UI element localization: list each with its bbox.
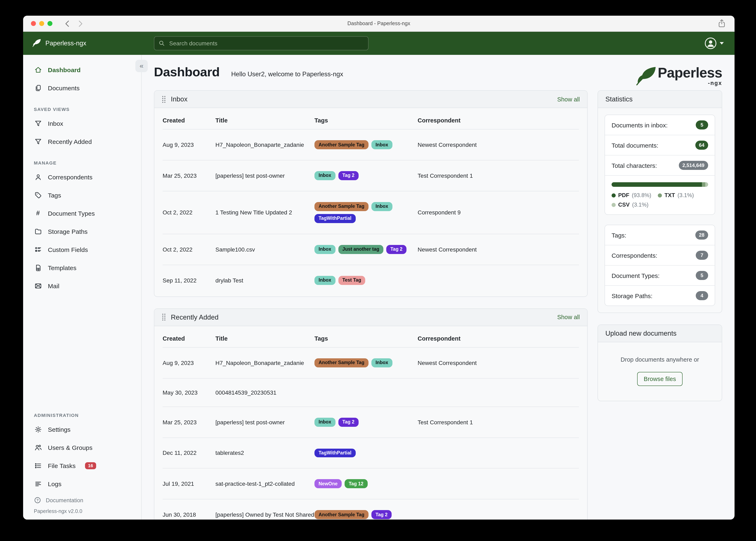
table-row[interactable]: Jun 30, 2018[paperless] Owned by Test No… (163, 499, 579, 520)
sidebar-item-inbox[interactable]: Inbox (23, 114, 141, 132)
table-row[interactable]: Aug 9, 2023H7_Napoleon_Bonaparte_zadanie… (163, 129, 579, 160)
page-title: Dashboard (154, 65, 220, 80)
home-icon (34, 66, 42, 74)
tasks-icon (34, 461, 42, 470)
tag-pill[interactable]: Tag 2 (338, 171, 358, 180)
tag-pill[interactable]: Another Sample Tag (314, 202, 369, 211)
tag-pill[interactable]: Inbox (314, 275, 335, 285)
cell-correspondent: Test Correspondent 1 (418, 172, 579, 179)
tag-pill[interactable]: Tag 2 (371, 510, 392, 519)
forward-button[interactable] (78, 20, 83, 27)
legend-dot (658, 193, 662, 197)
sidebar-item-label: Tags (48, 192, 61, 199)
legend-item-csv: CSV(3.1%) (612, 202, 649, 208)
sidebar-item-users-groups[interactable]: Users & Groups (23, 438, 141, 456)
sidebar-item-document-types[interactable]: #Document Types (23, 204, 141, 222)
legend-name: TXT (665, 192, 675, 198)
sidebar-item-templates[interactable]: Templates (23, 259, 141, 277)
upload-dropzone[interactable]: Drop documents anywhere or Browse files (598, 342, 722, 401)
sidebar-item-logs[interactable]: Logs (23, 475, 141, 493)
cell-correspondent: Newest Correspondent (418, 142, 579, 148)
table-row[interactable]: Oct 2, 20221 Testing New Title Updated 2… (163, 191, 579, 234)
logo-wordmark: Paperless (658, 66, 722, 80)
sidebar-item-storage-paths[interactable]: Storage Paths (23, 222, 141, 241)
stat-value-badge: 4 (696, 291, 708, 300)
tag-pill[interactable]: Tag 2 (386, 245, 406, 254)
sidebar-item-file-tasks[interactable]: File Tasks16 (23, 456, 141, 475)
tag-pill[interactable]: TagWithPartial (314, 448, 356, 457)
tag-pill[interactable]: Inbox (314, 417, 335, 427)
cell-tags: InboxTag 2 (314, 417, 418, 427)
tag-pill[interactable]: Another Sample Tag (314, 510, 369, 519)
sidebar-item-dashboard[interactable]: Dashboard (23, 61, 141, 79)
users-icon (34, 443, 42, 451)
cell-title: 1 Testing New Title Updated 2 (215, 209, 314, 216)
template-icon (34, 264, 42, 272)
cell-title: 0004814539_20230531 (215, 389, 314, 396)
sidebar-item-documents[interactable]: Documents (23, 79, 141, 97)
close-window-button[interactable] (31, 21, 36, 26)
tag-pill[interactable]: Inbox (314, 171, 335, 180)
tag-pill[interactable]: Test Tag (338, 275, 365, 285)
search-bar[interactable] (154, 36, 369, 50)
brand[interactable]: Paperless-ngx (32, 38, 86, 48)
cell-title: sat-practice-test-1_pt2-collated (215, 481, 314, 487)
sidebar-item-label: Dashboard (48, 66, 81, 73)
legend-name: CSV (618, 202, 630, 208)
cell-created: Oct 2, 2022 (163, 246, 215, 253)
tag-pill[interactable]: Inbox (314, 245, 335, 254)
tag-pill[interactable]: NewOne (314, 479, 342, 488)
sidebar-item-correspondents[interactable]: Correspondents (23, 168, 141, 186)
documentation-link[interactable]: ?Documentation (23, 493, 141, 508)
tag-pill[interactable]: Just another tag (338, 245, 383, 254)
tag-pill[interactable]: Inbox (371, 140, 392, 149)
stat-value-badge: 7 (696, 251, 708, 260)
table-row[interactable]: May 30, 20230004814539_20230531 (163, 378, 579, 406)
cell-created: May 30, 2023 (163, 389, 215, 396)
tag-pill[interactable]: Another Sample Tag (314, 358, 369, 367)
greeting-text: Hello User2, welcome to Paperless-ngx (231, 71, 343, 78)
tag-pill[interactable]: Tag 12 (345, 479, 367, 488)
legend-percent: (93.8%) (632, 192, 651, 198)
minimize-window-button[interactable] (39, 21, 44, 26)
window-title: Dashboard - Paperless-ngx (23, 21, 735, 26)
zoom-window-button[interactable] (47, 21, 52, 26)
show-all-link[interactable]: Show all (557, 96, 580, 103)
column-header-tags: Tags (314, 117, 418, 124)
user-menu[interactable] (704, 37, 724, 50)
tag-pill[interactable]: Tag 2 (338, 417, 358, 427)
table-row[interactable]: Dec 11, 2022tablerates2TagWithPartial (163, 437, 579, 468)
drag-handle-icon[interactable] (162, 313, 166, 321)
sidebar-section-manage: MANAGE (34, 161, 141, 165)
stat-value-badge: 28 (695, 231, 708, 240)
cell-tags: Another Sample TagInbox (314, 358, 418, 367)
sidebar-item-custom-fields[interactable]: Custom Fields (23, 241, 141, 259)
sidebar-collapse-button[interactable]: « (135, 60, 148, 72)
cell-title: H7_Napoleon_Bonaparte_zadanie (215, 142, 314, 148)
table-row[interactable]: Jul 19, 2021sat-practice-test-1_pt2-coll… (163, 468, 579, 499)
sidebar-item-mail[interactable]: Mail (23, 277, 141, 295)
table-row[interactable]: Oct 2, 2022Sample100.csvInboxJust anothe… (163, 234, 579, 265)
table-row[interactable]: Mar 25, 2023[paperless] test post-ownerI… (163, 160, 579, 191)
table-row[interactable]: Aug 9, 2023H7_Napoleon_Bonaparte_zadanie… (163, 347, 579, 378)
share-icon[interactable] (718, 19, 725, 29)
search-input[interactable] (168, 40, 364, 47)
tag-pill[interactable]: Inbox (371, 202, 392, 211)
sidebar-item-label: Document Types (48, 210, 95, 217)
browse-files-button[interactable]: Browse files (637, 372, 683, 386)
sidebar-item-tags[interactable]: Tags (23, 186, 141, 204)
show-all-link[interactable]: Show all (557, 314, 580, 320)
tag-pill[interactable]: Another Sample Tag (314, 140, 369, 149)
cell-created: Aug 9, 2023 (163, 142, 215, 148)
tag-pill[interactable]: TagWithPartial (314, 214, 356, 223)
sidebar-item-settings[interactable]: Settings (23, 420, 141, 438)
sidebar-item-label: Storage Paths (48, 228, 88, 235)
card-title: Upload new documents (605, 329, 677, 337)
drag-handle-icon[interactable] (162, 96, 166, 103)
tag-pill[interactable]: Inbox (371, 358, 392, 367)
table-row[interactable]: Mar 25, 2023[paperless] test post-ownerI… (163, 406, 579, 437)
back-button[interactable] (65, 20, 69, 27)
cell-title: [paperless] Owned by Test Not Shared (215, 511, 314, 518)
sidebar-item-recently-added[interactable]: Recently Added (23, 132, 141, 151)
table-row[interactable]: Sep 11, 2022drylab TestInboxTest Tag (163, 265, 579, 295)
